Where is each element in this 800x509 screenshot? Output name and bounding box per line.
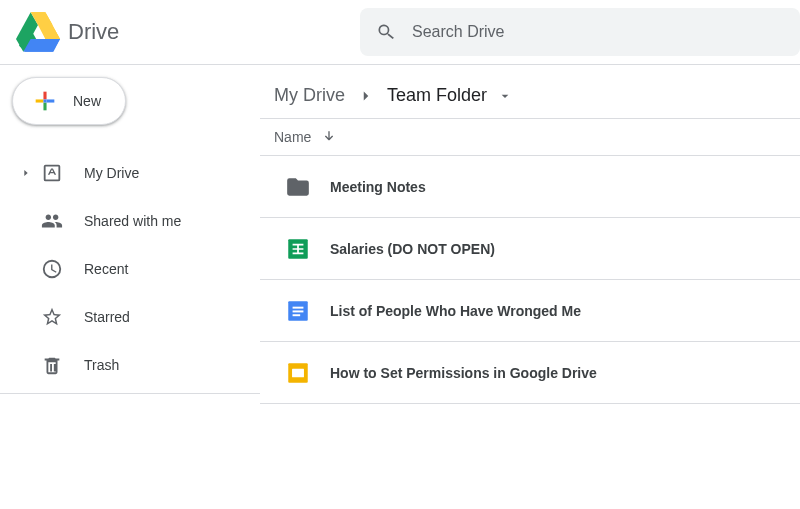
list-header: Name xyxy=(260,118,800,156)
breadcrumb-current[interactable]: Team Folder xyxy=(387,85,487,106)
sidebar-item-shared-with-me[interactable]: Shared with me xyxy=(0,197,260,245)
app-name: Drive xyxy=(68,19,119,45)
new-button-label: New xyxy=(73,93,101,109)
file-row[interactable]: Meeting Notes xyxy=(260,156,800,218)
svg-rect-9 xyxy=(293,306,304,308)
caret-down-icon[interactable] xyxy=(497,88,513,104)
file-name: Meeting Notes xyxy=(330,179,426,195)
sidebar-item-recent[interactable]: Recent xyxy=(0,245,260,293)
chevron-right-icon[interactable] xyxy=(20,168,32,178)
search-placeholder: Search Drive xyxy=(412,23,504,41)
star-icon xyxy=(38,306,66,328)
plus-icon xyxy=(31,87,59,115)
svg-rect-11 xyxy=(293,314,301,316)
sidebar-item-starred[interactable]: Starred xyxy=(0,293,260,341)
search-icon xyxy=(376,22,396,42)
folder-icon xyxy=(274,174,322,200)
sidebar-item-label: Shared with me xyxy=(84,213,181,229)
chevron-right-icon xyxy=(357,87,375,105)
svg-rect-10 xyxy=(293,310,304,312)
docs-icon xyxy=(274,298,322,324)
header: Drive Search Drive xyxy=(0,0,800,64)
file-row[interactable]: How to Set Permissions in Google Drive xyxy=(260,342,800,404)
sheets-icon xyxy=(274,236,322,262)
sidebar-item-label: Starred xyxy=(84,309,130,325)
file-name: How to Set Permissions in Google Drive xyxy=(330,365,597,381)
column-name-header[interactable]: Name xyxy=(274,129,311,145)
breadcrumb: My Drive Team Folder xyxy=(260,73,800,118)
file-name: Salaries (DO NOT OPEN) xyxy=(330,241,495,257)
slides-icon xyxy=(274,360,322,386)
svg-rect-13 xyxy=(292,368,304,377)
sidebar-item-label: My Drive xyxy=(84,165,139,181)
drive-logo-icon xyxy=(16,12,60,52)
sidebar-item-label: Recent xyxy=(84,261,128,277)
search-bar[interactable]: Search Drive xyxy=(360,8,800,56)
file-row[interactable]: List of People Who Have Wronged Me xyxy=(260,280,800,342)
file-name: List of People Who Have Wronged Me xyxy=(330,303,581,319)
sidebar-divider xyxy=(0,393,260,394)
drive-logo-wrap[interactable]: Drive xyxy=(16,12,119,52)
content: New My Drive Shared with me xyxy=(0,65,800,509)
drive-box-icon xyxy=(38,162,66,184)
clock-icon xyxy=(38,258,66,280)
file-row[interactable]: Salaries (DO NOT OPEN) xyxy=(260,218,800,280)
main-pane: My Drive Team Folder Name Meeting Notes xyxy=(260,65,800,509)
arrow-down-icon[interactable] xyxy=(321,129,337,145)
sidebar-item-label: Trash xyxy=(84,357,119,373)
sidebar-item-trash[interactable]: Trash xyxy=(0,341,260,389)
sidebar: New My Drive Shared with me xyxy=(0,65,260,509)
nav-list: My Drive Shared with me Recent xyxy=(0,149,260,389)
people-icon xyxy=(38,210,66,232)
new-button[interactable]: New xyxy=(12,77,126,125)
svg-rect-6 xyxy=(43,99,46,102)
breadcrumb-root[interactable]: My Drive xyxy=(274,85,345,106)
trash-icon xyxy=(38,354,66,376)
sidebar-item-my-drive[interactable]: My Drive xyxy=(0,149,260,197)
